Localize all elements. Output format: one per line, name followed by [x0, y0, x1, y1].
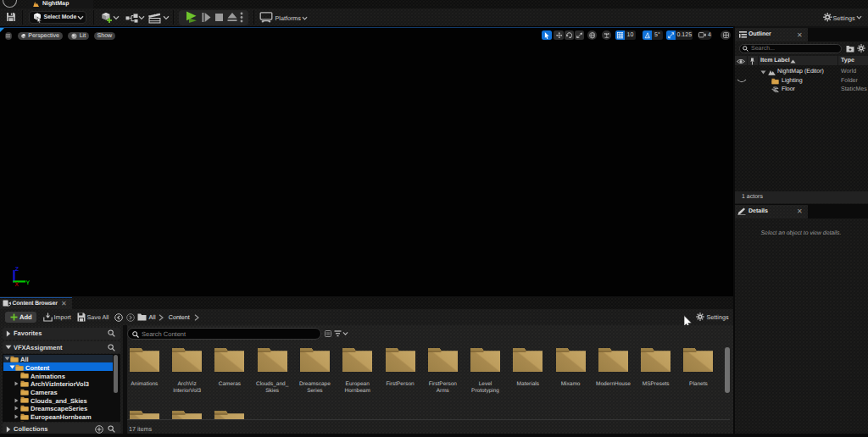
svg-text:Z: Z	[15, 267, 19, 273]
svg-text:Y: Y	[26, 280, 31, 286]
svg-text:X: X	[14, 282, 19, 287]
